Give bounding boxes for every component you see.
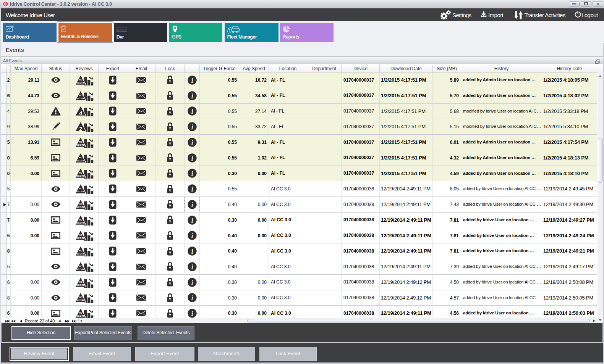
svg-text:SCORE: SCORE xyxy=(76,143,84,146)
svg-text:NO: NO xyxy=(79,249,82,252)
svg-text:SCORE: SCORE xyxy=(76,237,84,239)
svg-text:i: i xyxy=(191,170,193,177)
svg-text:NO: NO xyxy=(79,265,82,267)
svg-text:SCORE: SCORE xyxy=(76,190,84,193)
svg-text:SCORE: SCORE xyxy=(76,205,84,208)
svg-text:i: i xyxy=(191,294,193,302)
svg-text:i: i xyxy=(191,185,193,193)
svg-text:i: i xyxy=(191,216,193,224)
svg-text:NO: NO xyxy=(79,280,82,283)
svg-text:SCORE: SCORE xyxy=(76,159,84,161)
svg-text:SCORE: SCORE xyxy=(76,81,84,84)
svg-text:i: i xyxy=(191,279,193,286)
svg-text:SCORE: SCORE xyxy=(76,174,84,177)
svg-text:NO: NO xyxy=(79,172,82,174)
svg-text:SCORE: SCORE xyxy=(76,97,84,99)
svg-text:i: i xyxy=(191,201,193,208)
svg-text:Record 22 of 40: Record 22 of 40 xyxy=(25,319,55,323)
svg-text:i: i xyxy=(191,92,193,100)
svg-text:SCORE: SCORE xyxy=(76,299,84,301)
svg-text:i: i xyxy=(191,232,193,240)
svg-text:SCORE: SCORE xyxy=(76,283,84,286)
svg-text:NO: NO xyxy=(79,296,82,299)
svg-text:i: i xyxy=(191,154,193,162)
svg-text:NO: NO xyxy=(79,187,82,190)
svg-text:NO: NO xyxy=(79,140,82,143)
svg-text:SCORE: SCORE xyxy=(76,314,84,317)
svg-text:i: i xyxy=(191,248,193,255)
svg-text:NO: NO xyxy=(79,94,82,97)
svg-text:i: i xyxy=(191,123,193,131)
svg-text:4: 4 xyxy=(79,110,82,116)
svg-text:2: 2 xyxy=(79,126,82,132)
svg-text:NO: NO xyxy=(79,156,82,159)
svg-text:i: i xyxy=(191,139,193,146)
svg-text:i: i xyxy=(191,310,193,317)
svg-text:i: i xyxy=(191,108,193,115)
svg-text:NO: NO xyxy=(79,218,82,221)
svg-text:i: i xyxy=(191,76,193,84)
svg-text:SCORE: SCORE xyxy=(76,221,84,224)
svg-text:i: i xyxy=(191,263,193,271)
svg-text:NO: NO xyxy=(79,234,82,237)
svg-text:MERGE: MERGE xyxy=(117,28,127,31)
svg-text:SCORE: SCORE xyxy=(76,252,84,255)
svg-text:SCORE: SCORE xyxy=(76,267,84,270)
svg-text:NO: NO xyxy=(79,78,82,81)
svg-text:NO: NO xyxy=(79,311,82,314)
svg-text:NO: NO xyxy=(79,203,82,205)
